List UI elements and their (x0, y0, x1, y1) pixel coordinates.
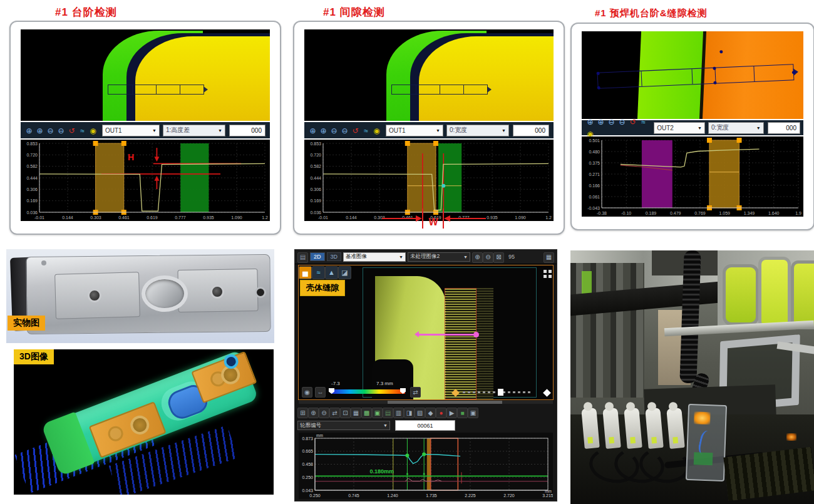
image-tool-buttons: ▅≈▲◪ (299, 266, 351, 279)
svg-text:1.349: 1.349 (744, 211, 755, 215)
measure-value-field[interactable]: 000 (513, 125, 549, 136)
waveform-icon[interactable]: ≈ (638, 116, 649, 128)
tab-2d[interactable]: 2D (310, 252, 325, 261)
waveform-icon[interactable]: ≈ (361, 125, 371, 136)
measure-icon[interactable]: ▦ (351, 408, 361, 418)
zoom-in-icon[interactable]: ⊕ (24, 125, 34, 136)
swap-view-icon[interactable]: ⇄ (410, 387, 421, 398)
measure-mode-dropdown[interactable]: 0:宽度▼ (446, 125, 509, 136)
zoom-fit-icon[interactable]: ⊖ (617, 116, 627, 128)
preweld-detection-panel: ⊕⊕⊖⊖↺≈◉ OUT2▼ 0:宽度▼ 000 -0.38-0.100.1890… (570, 23, 814, 230)
svg-text:0.935: 0.935 (203, 215, 214, 220)
zoom-in-icon[interactable]: ⊕ (308, 408, 319, 418)
fit-icon[interactable]: ⊡ (340, 408, 351, 418)
svg-text:-0.38: -0.38 (597, 211, 607, 215)
render-3d-panel: 3D图像 (14, 349, 274, 495)
save-icon[interactable]: ▣ (468, 408, 478, 418)
undo-icon[interactable]: ↺ (627, 116, 638, 128)
zoom-fit-icon[interactable]: ⊖ (339, 125, 350, 136)
pan-horizontal-icon[interactable]: ⇔ (315, 387, 326, 398)
output-dropdown[interactable]: OUT1▼ (102, 125, 160, 136)
surface-view-icon[interactable]: ▲ (325, 266, 338, 279)
zoom-out-icon[interactable]: ⊖ (329, 125, 339, 136)
undo-icon[interactable]: ↺ (66, 125, 77, 136)
processed-image-dropdown[interactable]: 未处理图像2▼ (408, 252, 470, 262)
source-image-dropdown[interactable]: 基准图像▼ (343, 252, 406, 262)
zoom-in-icon[interactable]: ⊕ (307, 125, 318, 136)
zoom-fit-icon[interactable]: ⊠ (493, 252, 504, 263)
page: #1 台阶检测 #1 间隙检测 #1 预焊机台阶&缝隙检测 ⊕⊕⊖⊖↺≈◉ OU… (0, 0, 814, 504)
waveform-icon[interactable]: ≈ (77, 125, 88, 136)
image-scrollbar[interactable] (299, 401, 553, 404)
output-dropdown[interactable]: OUT2▼ (654, 122, 705, 134)
center-point-icon[interactable]: ◉ (302, 387, 312, 398)
machine-green-window (723, 264, 759, 326)
slider-diamond-right[interactable] (543, 389, 551, 397)
measure-value-field[interactable]: 000 (229, 125, 265, 136)
point-icon[interactable]: ◆ (425, 408, 436, 418)
zoom-percent: 95 (508, 254, 515, 260)
layout-icon[interactable]: ▤ (297, 252, 308, 263)
record-icon[interactable]: ● (436, 408, 446, 418)
marker-icon[interactable]: ◉ (88, 125, 98, 136)
width-label: W (428, 217, 438, 227)
zoom-in-region-icon[interactable]: ⊕ (318, 125, 329, 136)
zoom-out-icon[interactable]: ⊖ (45, 125, 56, 136)
svg-text:0.769: 0.769 (694, 211, 706, 215)
position-slider-handle[interactable] (498, 389, 503, 396)
tab-3d[interactable]: 3D (327, 252, 342, 261)
height-image-icon[interactable]: ▅ (299, 266, 312, 279)
scrollbar-thumb[interactable] (388, 401, 502, 404)
roi-handle-dot[interactable] (719, 50, 723, 53)
measurement-roi-box[interactable] (108, 85, 204, 95)
roi-handle-dot[interactable] (596, 71, 599, 75)
roi-handle-dot[interactable] (791, 70, 795, 73)
svg-text:1.9: 1.9 (795, 211, 801, 215)
roi-handle-dot[interactable] (713, 66, 716, 69)
svg-text:0.166: 0.166 (589, 183, 600, 188)
zoom-out-icon[interactable]: ⊖ (319, 408, 329, 418)
zoom-out-icon[interactable]: ⊖ (483, 252, 493, 263)
zoom-in-icon[interactable]: ⊕ (472, 252, 483, 263)
export-icon[interactable]: ▦ (544, 252, 554, 263)
grid-icon[interactable]: ⊞ (297, 408, 308, 418)
zoom-fit-icon[interactable]: ⊖ (56, 125, 66, 136)
roi-handle-dot[interactable] (597, 86, 600, 89)
split-icon[interactable]: ◨ (404, 408, 415, 418)
region-icon[interactable]: ▣ (372, 408, 383, 418)
profile-number-dropdown[interactable]: 轮廓编号▼ (297, 421, 390, 430)
measure-mode-dropdown[interactable]: 1:高度差▼ (163, 125, 225, 136)
output-dropdown[interactable]: OUT1▼ (386, 125, 443, 136)
svg-text:0.777: 0.777 (175, 215, 186, 220)
rows-icon[interactable]: ▥ (393, 408, 404, 418)
svg-text:0.745: 0.745 (348, 493, 359, 498)
profile-icon[interactable]: ▩ (361, 408, 372, 418)
stop-icon[interactable]: ■ (457, 408, 468, 418)
measure-mode-dropdown[interactable]: 0:宽度▼ (708, 122, 764, 134)
zoom-out-icon[interactable]: ⊖ (606, 116, 617, 128)
pan-icon[interactable]: ⇄ (329, 408, 340, 418)
layers-icon[interactable]: ▤ (383, 408, 393, 418)
roi-handle-dot[interactable] (713, 81, 716, 84)
svg-text:0.665: 0.665 (302, 449, 313, 453)
profile-view-icon[interactable]: ≈ (312, 266, 325, 279)
zoom-in-region-icon[interactable]: ⊕ (34, 125, 45, 136)
preweld-heightmap-image (582, 31, 803, 119)
undo-icon[interactable]: ↺ (350, 125, 361, 136)
measure-value-field[interactable]: 000 (768, 122, 800, 134)
svg-text:0.458: 0.458 (302, 462, 313, 466)
zoom-in-icon[interactable]: ⊕ (585, 116, 595, 128)
hatch-icon[interactable]: ▧ (415, 408, 425, 418)
svg-text:-0.043: -0.043 (587, 206, 600, 210)
play-icon[interactable]: ▶ (446, 408, 457, 418)
svg-text:0.306: 0.306 (310, 187, 321, 192)
mask-view-icon[interactable]: ◪ (338, 266, 351, 279)
svg-text:-0.01: -0.01 (34, 215, 44, 220)
profile-number-value[interactable]: 00061 (395, 420, 455, 431)
marker-icon[interactable]: ◉ (371, 125, 382, 136)
expand-icon[interactable] (544, 270, 547, 273)
zoom-in-region-icon[interactable]: ⊕ (595, 116, 606, 128)
svg-text:0.306: 0.306 (26, 187, 38, 192)
heightmap-yellow-region (135, 36, 270, 121)
measurement-roi-box[interactable] (391, 85, 487, 95)
